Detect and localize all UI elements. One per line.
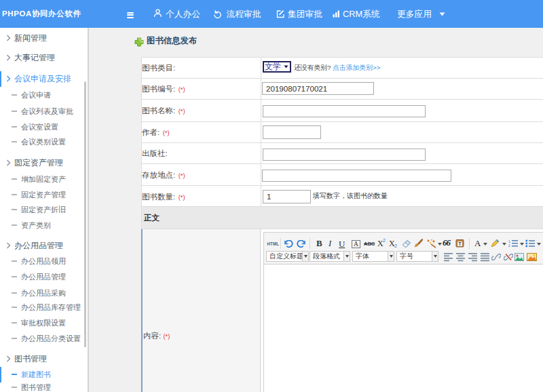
svg-text:2: 2 — [508, 243, 510, 248]
svg-text:T: T — [459, 241, 462, 246]
svg-text:1: 1 — [508, 239, 510, 243]
